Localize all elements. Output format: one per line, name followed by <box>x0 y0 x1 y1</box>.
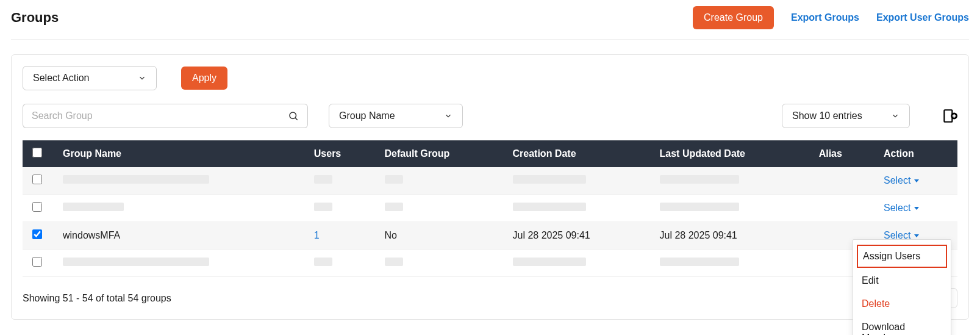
redacted-text <box>314 175 332 184</box>
col-default-group: Default Group <box>375 140 503 167</box>
chevron-down-icon <box>444 112 452 120</box>
cell-group-name: windowsMFA <box>53 222 304 250</box>
col-users: Users <box>304 140 375 167</box>
redacted-text <box>513 175 586 184</box>
menu-assign-users[interactable]: Assign Users <box>857 245 947 268</box>
row-checkbox[interactable] <box>32 202 42 212</box>
caret-down-icon <box>914 179 919 182</box>
menu-edit[interactable]: Edit <box>853 269 951 292</box>
add-column-button[interactable] <box>942 108 957 124</box>
cell-users-link[interactable]: 1 <box>314 230 320 240</box>
chevron-down-icon <box>891 112 900 120</box>
table-row: Select <box>23 195 957 222</box>
redacted-text <box>660 203 739 211</box>
row-checkbox[interactable] <box>32 257 42 267</box>
select-all-checkbox[interactable] <box>32 148 42 157</box>
redacted-text <box>385 175 403 184</box>
table-row: Select <box>23 250 957 277</box>
col-group-name: Group Name <box>53 140 304 167</box>
groups-card: Select Action Apply Group Name Show 10 e… <box>11 54 969 320</box>
cell-creation-date: Jul 28 2025 09:41 <box>503 222 650 250</box>
bulk-action-row: Select Action Apply <box>23 66 957 90</box>
search-icon <box>288 110 299 121</box>
caret-down-icon <box>914 207 919 210</box>
page-header: Groups Create Group Export Groups Export… <box>11 6 969 40</box>
table-header-row: Group Name Users Default Group Creation … <box>23 140 957 167</box>
filter-row: Group Name Show 10 entries <box>23 104 957 128</box>
page-title: Groups <box>11 10 59 26</box>
cell-default-group: No <box>375 222 503 250</box>
redacted-text <box>513 203 586 211</box>
header-actions: Create Group Export Groups Export User G… <box>693 6 969 29</box>
showing-text: Showing 51 - 54 of total 54 groups <box>23 293 171 304</box>
redacted-text <box>314 203 332 211</box>
export-groups-link[interactable]: Export Groups <box>791 12 859 23</box>
menu-delete[interactable]: Delete <box>853 292 951 315</box>
svg-line-1 <box>295 118 297 120</box>
table-footer: Showing 51 - 54 of total 54 groups « <box>23 288 957 308</box>
col-action: Action <box>874 140 957 167</box>
redacted-text <box>660 258 739 266</box>
row-action-menu: Assign Users Edit Delete Download Member… <box>853 239 951 326</box>
apply-button[interactable]: Apply <box>181 67 227 90</box>
search-wrap <box>23 104 308 128</box>
create-group-button[interactable]: Create Group <box>693 6 774 29</box>
col-creation-date: Creation Date <box>503 140 650 167</box>
redacted-text <box>63 258 209 266</box>
groups-table: Group Name Users Default Group Creation … <box>23 140 957 277</box>
group-name-filter-dropdown[interactable]: Group Name <box>329 104 463 128</box>
menu-download-members[interactable]: Download Members <box>853 315 951 326</box>
chevron-down-icon <box>138 74 146 82</box>
svg-point-0 <box>290 112 296 119</box>
row-action-select[interactable]: Select <box>884 175 919 186</box>
search-input[interactable] <box>23 104 279 128</box>
show-entries-dropdown[interactable]: Show 10 entries <box>782 104 910 128</box>
redacted-text <box>385 258 403 266</box>
caret-down-icon <box>914 234 919 237</box>
bulk-action-label: Select Action <box>33 73 90 84</box>
col-alias: Alias <box>809 140 874 167</box>
cell-last-updated: Jul 28 2025 09:41 <box>650 222 809 250</box>
redacted-text <box>660 175 739 184</box>
table-row: windowsMFA 1 No Jul 28 2025 09:41 Jul 28… <box>23 222 957 250</box>
search-button[interactable] <box>279 104 308 128</box>
add-column-icon <box>942 108 957 124</box>
bulk-action-dropdown[interactable]: Select Action <box>23 66 157 90</box>
group-name-filter-label: Group Name <box>339 110 395 121</box>
redacted-text <box>385 203 403 211</box>
redacted-text <box>63 203 124 211</box>
col-last-updated: Last Updated Date <box>650 140 809 167</box>
export-user-groups-link[interactable]: Export User Groups <box>876 12 969 23</box>
row-checkbox[interactable] <box>32 229 42 239</box>
row-action-select[interactable]: Select <box>884 203 919 214</box>
redacted-text <box>513 258 586 266</box>
redacted-text <box>63 175 209 184</box>
row-checkbox[interactable] <box>32 175 42 184</box>
redacted-text <box>314 258 332 266</box>
table-row: Select <box>23 167 957 195</box>
show-entries-label: Show 10 entries <box>792 110 862 121</box>
